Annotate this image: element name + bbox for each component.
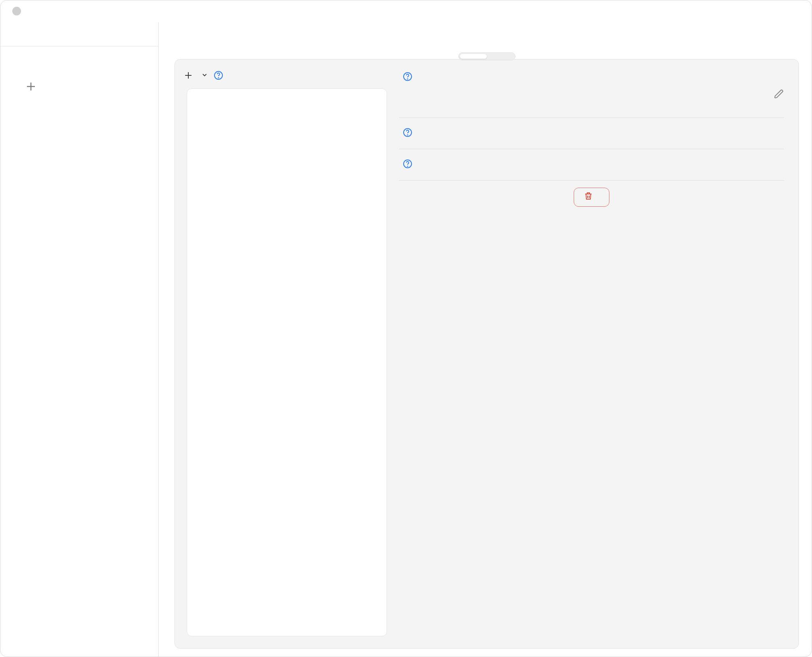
help-icon[interactable]	[403, 71, 412, 81]
window-body	[0, 22, 812, 657]
rewrite-group	[399, 156, 784, 175]
links-header	[0, 58, 158, 67]
help-icon[interactable]	[403, 127, 412, 137]
app-path-row	[399, 105, 784, 112]
sidebar	[0, 22, 159, 657]
traffic-lights	[12, 7, 21, 15]
svg-point-11	[407, 166, 408, 166]
tab-rules[interactable]	[487, 54, 514, 59]
app-list	[187, 88, 387, 636]
launch-header	[399, 125, 784, 143]
app-name-row	[399, 87, 784, 105]
svg-point-9	[407, 134, 408, 135]
plus-icon	[184, 71, 193, 80]
close-window-button[interactable]	[12, 7, 21, 15]
help-icon[interactable]	[403, 159, 412, 168]
remove-application-button[interactable]	[574, 188, 609, 207]
content-pane	[159, 22, 812, 657]
divider	[399, 149, 784, 149]
panel	[174, 59, 799, 649]
rewrite-header	[399, 156, 784, 175]
divider	[399, 180, 784, 181]
filetypes-header	[0, 67, 158, 77]
chevron-down-icon	[201, 69, 208, 81]
help-icon[interactable]	[214, 71, 223, 80]
pencil-icon[interactable]	[774, 89, 784, 99]
titlebar	[0, 0, 812, 22]
tab-apps[interactable]	[460, 54, 487, 59]
plus-icon	[25, 81, 37, 92]
add-app-button[interactable]	[175, 69, 399, 88]
app-title	[0, 34, 158, 46]
tab-bar	[458, 52, 515, 60]
divider	[399, 117, 784, 118]
launch-group	[399, 125, 784, 143]
svg-point-7	[407, 79, 408, 79]
add-filetype-button[interactable]	[5, 77, 153, 96]
trash-icon	[584, 191, 593, 203]
svg-point-5	[218, 77, 218, 78]
apps-column	[175, 60, 399, 648]
details-column	[399, 60, 799, 648]
sidebar-divider	[0, 46, 158, 46]
application-group	[399, 69, 784, 112]
application-header	[399, 69, 784, 87]
preferences-window	[0, 0, 812, 657]
